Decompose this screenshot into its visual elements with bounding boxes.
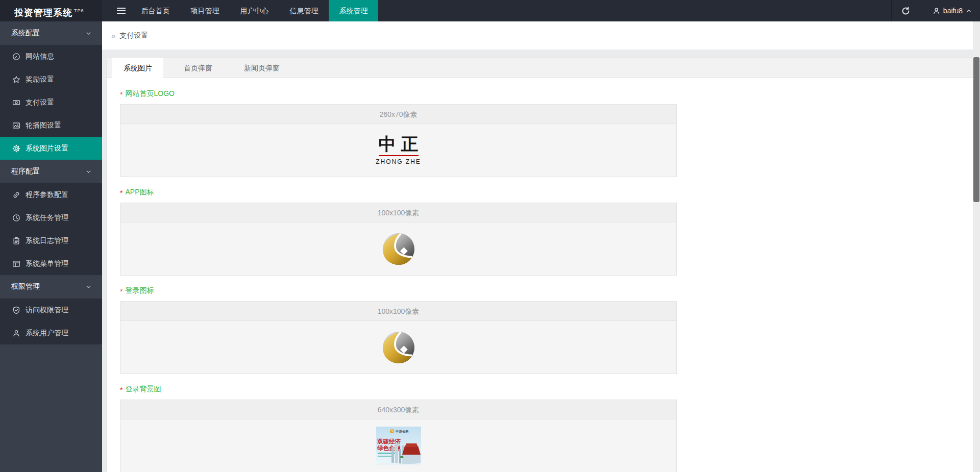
banknote-icon bbox=[12, 98, 20, 107]
user-icon bbox=[12, 329, 20, 337]
page-title: 支付设置 bbox=[119, 31, 148, 40]
clipboard-icon bbox=[12, 237, 20, 245]
upload-box-site-logo[interactable]: 260x70像素 中正 ZHONG ZHE bbox=[120, 104, 677, 177]
field-label: *登录背景图 bbox=[120, 385, 973, 393]
upload-preview-area: 中正 ZHONG ZHE bbox=[120, 124, 676, 177]
required-mark: * bbox=[120, 386, 122, 394]
sidebar-section-system-config[interactable]: 系统配置 bbox=[0, 21, 102, 45]
sidebar-item-task-management[interactable]: 系统任务管理 bbox=[0, 206, 102, 229]
size-hint: 640x300像素 bbox=[120, 400, 676, 419]
sidebar-item-label: 系统用户管理 bbox=[26, 329, 68, 338]
chevron-down-icon bbox=[85, 168, 92, 175]
sidebar-item-system-images[interactable]: 系统图片设置 bbox=[0, 137, 102, 160]
sidebar-group-system-config: 网站信息 奖励设置 支付设置 轮播图设置 系统图片设置 bbox=[0, 45, 102, 160]
chevron-down-icon bbox=[85, 30, 92, 37]
nav-item-system[interactable]: 系统管理 bbox=[329, 0, 378, 21]
sidebar-item-label: 轮播图设置 bbox=[26, 121, 61, 130]
required-mark: * bbox=[120, 287, 122, 295]
zhongzheng-logo-image: 中正 ZHONG ZHE bbox=[374, 135, 424, 165]
sidebar: 系统配置 网站信息 奖励设置 支付设置 轮播图设置 系统图片设置 程序配置 bbox=[0, 21, 102, 472]
required-mark: * bbox=[120, 189, 122, 197]
clock-icon bbox=[12, 214, 20, 222]
breadcrumb-separator-icon: » bbox=[111, 31, 115, 40]
sidebar-item-access-permission[interactable]: 访问权限管理 bbox=[0, 299, 102, 321]
required-mark: * bbox=[120, 90, 122, 98]
field-label-text: APP图标 bbox=[125, 188, 154, 196]
sidebar-group-permission: 访问权限管理 系统用户管理 bbox=[0, 299, 102, 344]
sidebar-item-label: 系统任务管理 bbox=[26, 213, 68, 222]
login-background-banner-image: 中正金科 双碳经济 绿色金融 bbox=[376, 427, 421, 465]
field-label: *登录图标 bbox=[120, 286, 973, 294]
tab-home-popup[interactable]: 首页弹窗 bbox=[173, 58, 224, 78]
sidebar-item-label: 系统日志管理 bbox=[26, 236, 68, 245]
tab-news-popup[interactable]: 新闻页弹窗 bbox=[233, 58, 291, 78]
sidebar-item-payment-settings[interactable]: 支付设置 bbox=[0, 91, 102, 114]
scrollbar-track[interactable] bbox=[973, 21, 980, 472]
field-login-background: *登录背景图 640x300像素 中正金科 bbox=[120, 385, 973, 472]
app-title-version: TP6 bbox=[74, 8, 84, 13]
upload-box-app-icon[interactable]: 100x100像素 bbox=[120, 203, 677, 276]
sidebar-item-label: 支付设置 bbox=[26, 98, 54, 107]
field-label-text: 网站首页LOGO bbox=[125, 89, 174, 97]
size-hint: 100x100像素 bbox=[120, 302, 676, 321]
section-label: 系统配置 bbox=[11, 29, 85, 38]
user-menu[interactable]: baifu8 bbox=[933, 0, 972, 21]
sidebar-item-label: 奖励设置 bbox=[26, 75, 54, 84]
size-hint: 260x70像素 bbox=[120, 105, 676, 124]
user-icon bbox=[933, 7, 940, 15]
topbar: 投资管理系统TP6 后台首页 项目管理 用户中心 信息管理 系统管理 baifu… bbox=[0, 0, 980, 21]
section-label: 权限管理 bbox=[11, 282, 85, 291]
upload-box-login-icon[interactable]: 100x100像素 bbox=[120, 301, 677, 374]
banner-brand-text: 中正金科 bbox=[396, 430, 409, 433]
field-label-text: 登录背景图 bbox=[125, 385, 161, 393]
upload-box-login-background[interactable]: 640x300像素 中正金科 双碳经济 绿色金融 bbox=[120, 400, 677, 472]
section-label: 程序配置 bbox=[11, 167, 85, 176]
image-icon bbox=[12, 121, 20, 130]
sidebar-item-carousel-settings[interactable]: 轮播图设置 bbox=[0, 114, 102, 137]
field-site-logo: *网站首页LOGO 260x70像素 中正 ZHONG ZHE bbox=[120, 89, 973, 177]
gear-icon bbox=[12, 144, 20, 153]
chevron-up-icon bbox=[966, 8, 972, 14]
shield-check-icon bbox=[12, 306, 20, 314]
sidebar-group-program-config: 程序参数配置 系统任务管理 系统日志管理 系统菜单管理 bbox=[0, 183, 102, 275]
scrollbar-thumb[interactable] bbox=[973, 57, 979, 202]
refresh-button[interactable] bbox=[896, 0, 915, 21]
sidebar-item-reward-settings[interactable]: 奖励设置 bbox=[0, 68, 102, 91]
size-hint: 100x100像素 bbox=[120, 203, 676, 222]
sidebar-item-site-info[interactable]: 网站信息 bbox=[0, 45, 102, 68]
topbar-divider bbox=[891, 0, 892, 21]
layout-icon bbox=[12, 260, 20, 268]
upload-preview-area bbox=[120, 222, 676, 275]
sphere-app-icon-image bbox=[383, 233, 414, 265]
nav-item-users[interactable]: 用户中心 bbox=[230, 0, 279, 21]
sidebar-item-label: 网站信息 bbox=[26, 52, 54, 61]
sidebar-item-label: 系统图片设置 bbox=[26, 144, 68, 153]
logo-en-text: ZHONG ZHE bbox=[374, 158, 424, 165]
star-icon bbox=[12, 76, 20, 84]
tab-bar: 系统图片 首页弹窗 新闻页弹窗 bbox=[107, 58, 973, 78]
nav-item-info[interactable]: 信息管理 bbox=[279, 0, 329, 21]
breadcrumb: » 支付设置 bbox=[102, 21, 980, 49]
upload-preview-area bbox=[120, 321, 676, 374]
sidebar-section-program-config[interactable]: 程序配置 bbox=[0, 160, 102, 183]
tab-system-images[interactable]: 系统图片 bbox=[112, 58, 163, 78]
field-login-icon: *登录图标 100x100像素 bbox=[120, 286, 973, 374]
username: baifu8 bbox=[943, 7, 963, 15]
link-icon bbox=[12, 191, 20, 199]
sidebar-item-log-management[interactable]: 系统日志管理 bbox=[0, 229, 102, 252]
gauge-icon bbox=[12, 53, 20, 61]
top-navigation: 后台首页 项目管理 用户中心 信息管理 系统管理 bbox=[131, 0, 378, 21]
field-label: *网站首页LOGO bbox=[120, 89, 973, 97]
logo-cn-text: 中正 bbox=[374, 135, 424, 154]
sidebar-section-permission[interactable]: 权限管理 bbox=[0, 275, 102, 299]
sidebar-item-program-params[interactable]: 程序参数配置 bbox=[0, 183, 102, 206]
sphere-login-icon-image bbox=[383, 332, 414, 363]
content-card: 系统图片 首页弹窗 新闻页弹窗 *网站首页LOGO 260x70像素 中正 ZH… bbox=[107, 58, 973, 472]
menu-toggle-icon[interactable] bbox=[111, 0, 131, 21]
nav-item-dashboard[interactable]: 后台首页 bbox=[131, 0, 180, 21]
field-label: *APP图标 bbox=[120, 188, 973, 196]
nav-item-projects[interactable]: 项目管理 bbox=[180, 0, 230, 21]
sidebar-item-menu-management[interactable]: 系统菜单管理 bbox=[0, 252, 102, 275]
chevron-down-icon bbox=[85, 284, 92, 290]
sidebar-item-system-users[interactable]: 系统用户管理 bbox=[0, 321, 102, 344]
